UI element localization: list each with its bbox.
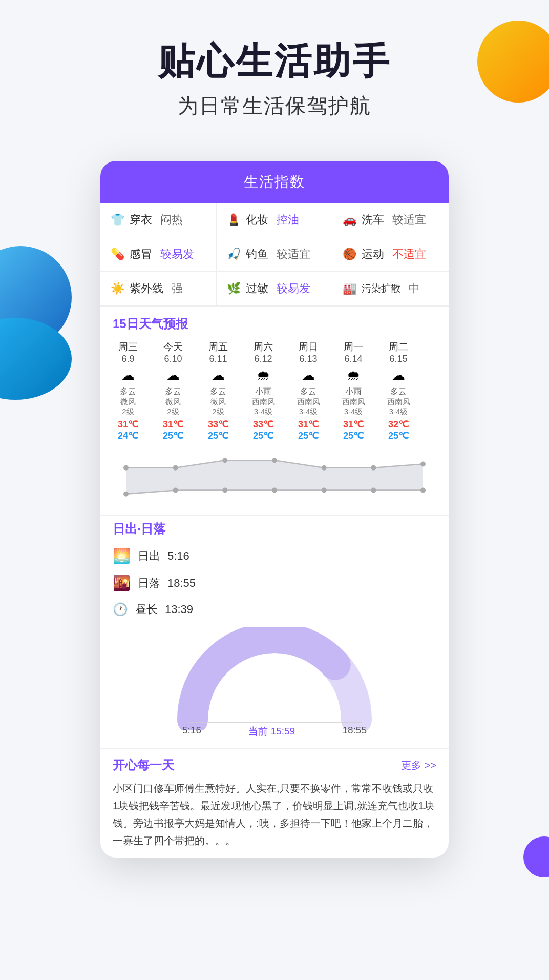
forecast-wind: 微风 <box>108 397 149 407</box>
svg-point-6 <box>371 465 376 471</box>
forecast-desc: 多云 <box>198 386 239 397</box>
phone-card: 生活指数 👕 穿衣 闷热 💄 化妆 控油 🚗 洗车 较适宜 💊 <box>100 161 449 858</box>
forecast-col-3: 周六 6.12 🌧 小雨 西南风 3-4级 33℃ 25℃ <box>241 337 286 444</box>
forecast-level: 2级 <box>108 407 149 417</box>
forecast-wind: 西南风 <box>288 397 329 407</box>
arc-label-right: 18:55 <box>342 725 367 738</box>
forecast-desc: 小雨 <box>243 386 284 397</box>
forecast-wind: 微风 <box>153 397 194 407</box>
makeup-label: 化妆 <box>246 212 268 228</box>
index-cell-makeup: 💄 化妆 控油 <box>217 203 333 237</box>
forecast-row-container: 周三 6.9 ☁ 多云 微风 2级 31℃ 24℃ 今天 6.10 ☁ 多云 微… <box>105 337 444 446</box>
index-cell-sport: 🏀 运动 不适宜 <box>332 237 449 272</box>
temperature-svg <box>105 452 444 503</box>
fishing-label: 钓鱼 <box>246 247 268 262</box>
forecast-icon: 🌧 <box>243 368 284 383</box>
svg-point-5 <box>322 465 327 471</box>
index-cell-allergy: 🌿 过敏 较易发 <box>217 272 333 306</box>
forecast-wind: 微风 <box>198 397 239 407</box>
forecast-col-1: 今天 6.10 ☁ 多云 微风 2级 31℃ 25℃ <box>151 337 196 444</box>
forecast-day: 今天 <box>153 340 194 354</box>
forecast-high: 31℃ <box>333 419 374 430</box>
forecast-date: 6.12 <box>243 354 284 364</box>
joke-more[interactable]: 更多 >> <box>401 759 436 772</box>
sunrise-icon: 🌅 <box>113 547 131 564</box>
svg-point-9 <box>173 488 178 493</box>
forecast-low: 24℃ <box>108 430 149 441</box>
allergy-icon: 🌿 <box>227 282 241 295</box>
sunset-row: 🌇 日落 18:55 <box>113 569 436 597</box>
duration-row: 🕐 昼长 13:39 <box>113 597 436 622</box>
sport-icon: 🏀 <box>343 248 356 261</box>
living-index-header: 生活指数 <box>100 161 449 203</box>
svg-point-1 <box>123 465 129 471</box>
forecast-low: 25℃ <box>243 430 284 441</box>
svg-point-14 <box>420 488 426 493</box>
forecast-date: 6.14 <box>333 354 374 364</box>
forecast-icon: 🌧 <box>333 368 374 383</box>
forecast-wind: 西南风 <box>243 397 284 407</box>
forecast-low: 25℃ <box>378 430 419 441</box>
forecast-day: 周二 <box>378 340 419 354</box>
sunrise-value: 5:16 <box>167 549 189 563</box>
forecast-high: 31℃ <box>108 419 149 430</box>
fishing-value: 较适宜 <box>277 247 310 262</box>
living-index-title: 生活指数 <box>244 174 305 190</box>
svg-point-12 <box>322 488 327 493</box>
forecast-low: 25℃ <box>288 430 329 441</box>
svg-point-13 <box>371 488 376 493</box>
clock-icon: 🕐 <box>113 602 128 617</box>
sunset-label: 日落 <box>138 576 160 591</box>
phone-wrapper: 生活指数 👕 穿衣 闷热 💄 化妆 控油 🚗 洗车 较适宜 💊 <box>0 140 549 858</box>
joke-header: 开心每一天 更多 >> <box>113 757 436 773</box>
forecast-icon: ☁ <box>288 368 329 383</box>
joke-section: 开心每一天 更多 >> 小区门口修车师傅生意特好。人实在,只要不换零件，常常不收… <box>100 748 449 858</box>
forecast-wind: 西南风 <box>333 397 374 407</box>
svg-point-11 <box>272 488 277 493</box>
forecast-date: 6.15 <box>378 354 419 364</box>
forecast-icon: ☁ <box>153 368 194 383</box>
forecast-day: 周五 <box>198 340 239 354</box>
carwash-icon: 🚗 <box>343 213 356 227</box>
sunset-value: 18:55 <box>167 577 196 590</box>
forecast-high: 31℃ <box>153 419 194 430</box>
forecast-desc: 多云 <box>378 386 419 397</box>
allergy-label: 过敏 <box>246 281 268 296</box>
index-cell-carwash: 🚗 洗车 较适宜 <box>332 203 449 237</box>
clothing-label: 穿衣 <box>130 212 152 228</box>
forecast-scroll[interactable]: 周三 6.9 ☁ 多云 微风 2级 31℃ 24℃ 今天 6.10 ☁ 多云 微… <box>100 337 449 446</box>
forecast-desc: 多云 <box>153 386 194 397</box>
living-index-grid: 👕 穿衣 闷热 💄 化妆 控油 🚗 洗车 较适宜 💊 感冒 较易发 🎣 <box>100 203 449 307</box>
forecast-col-2: 周五 6.11 ☁ 多云 微风 2级 33℃ 25℃ <box>196 337 241 444</box>
svg-point-2 <box>173 465 178 471</box>
clothing-icon: 👕 <box>111 213 124 227</box>
cold-value: 较易发 <box>160 247 194 262</box>
forecast-low: 25℃ <box>198 430 239 441</box>
forecast-high: 31℃ <box>288 419 329 430</box>
joke-text: 小区门口修车师傅生意特好。人实在,只要不换零件，常常不收钱或只收1块钱把钱辛苦钱… <box>113 780 436 849</box>
forecast-level: 3-4级 <box>288 407 329 417</box>
sunrise-row: 🌅 日出 5:16 <box>113 542 436 569</box>
duration-label: 昼长 <box>135 602 158 617</box>
cold-label: 感冒 <box>130 247 152 262</box>
forecast-col-6: 周二 6.15 ☁ 多云 西南风 3-4级 32℃ 25℃ <box>376 337 421 444</box>
forecast-low: 25℃ <box>333 430 374 441</box>
svg-point-3 <box>222 458 227 463</box>
uv-label: 紫外线 <box>130 281 163 296</box>
uv-value: 强 <box>172 281 183 296</box>
svg-point-7 <box>420 462 426 467</box>
forecast-level: 2级 <box>153 407 194 417</box>
index-cell-fishing: 🎣 钓鱼 较适宜 <box>217 237 333 272</box>
allergy-value: 较易发 <box>277 281 310 296</box>
forecast-desc: 小雨 <box>333 386 374 397</box>
sun-section: 日出·日落 🌅 日出 5:16 🌇 日落 18:55 🕐 昼长 13:39 <box>100 515 449 748</box>
forecast-icon: ☁ <box>378 368 419 383</box>
joke-title: 开心每一天 <box>113 757 174 773</box>
sun-arc-svg <box>177 627 372 730</box>
sun-arc-labels: 5:16 当前 15:59 18:55 <box>177 725 372 738</box>
makeup-value: 控油 <box>277 212 299 228</box>
forecast-icon: ☁ <box>198 368 239 383</box>
forecast-desc: 多云 <box>288 386 329 397</box>
duration-value: 13:39 <box>165 603 193 616</box>
svg-point-10 <box>222 488 227 493</box>
